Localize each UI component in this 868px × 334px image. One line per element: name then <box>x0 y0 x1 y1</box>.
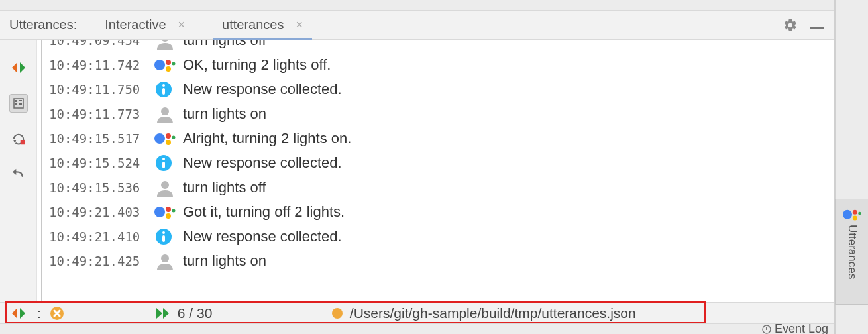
log-row: 10:49:09.454turn lights off <box>49 40 834 52</box>
user-icon <box>154 250 176 272</box>
info-icon <box>154 225 176 248</box>
file-status-icon <box>331 307 343 319</box>
progress-text: 6 / 30 <box>172 306 331 321</box>
fast-forward-icon[interactable] <box>154 304 172 323</box>
timestamp: 10:49:15.524 <box>49 156 154 170</box>
assistant-icon <box>154 54 176 76</box>
panel-top-strip <box>0 0 834 11</box>
status-bar: : 6 / 30 /Users/git/gh-sample/build/tmp/… <box>0 302 834 323</box>
log-message: turn lights off <box>183 40 266 49</box>
log-area[interactable]: 10:49:09.454turn lights off10:49:11.742O… <box>37 40 834 305</box>
user-icon <box>154 176 176 199</box>
log-row: 10:49:21.425turn lights on <box>49 249 834 273</box>
log-message: New response collected. <box>183 154 342 172</box>
user-icon <box>154 103 176 125</box>
log-message: Got it, turning off 2 lights. <box>183 203 345 221</box>
info-icon <box>154 152 176 174</box>
log-row: 10:49:15.536turn lights off <box>49 175 834 199</box>
event-log-icon <box>761 324 772 335</box>
svg-rect-9 <box>15 100 17 102</box>
close-icon[interactable]: × <box>178 18 186 32</box>
timestamp: 10:49:21.425 <box>49 254 154 268</box>
log-row: 10:49:21.410New response collected. <box>49 224 834 249</box>
step-back-forward-icon[interactable] <box>9 304 28 323</box>
timestamp: 10:49:15.517 <box>49 131 154 146</box>
timestamp: 10:49:11.773 <box>49 107 154 121</box>
panel-bottom-strip: Event Log <box>0 323 834 334</box>
tab-interactive[interactable]: Interactive × <box>95 11 194 40</box>
log-row: 10:49:21.403Got it, turning off 2 lights… <box>49 199 834 224</box>
svg-rect-12 <box>19 103 22 105</box>
assistant-icon <box>154 201 176 223</box>
gear-icon[interactable] <box>783 17 798 33</box>
panel-title: Utterances: <box>0 17 95 32</box>
svg-rect-17 <box>766 327 767 330</box>
side-tab-utterances[interactable]: Utterances <box>835 199 868 305</box>
log-message: turn lights off <box>183 179 266 196</box>
log-row: 10:49:11.773turn lights on <box>49 101 834 126</box>
rerun-icon[interactable] <box>9 130 28 148</box>
minimize-icon[interactable] <box>810 27 824 29</box>
info-icon <box>154 78 176 101</box>
tab-label: Interactive <box>105 17 166 32</box>
log-message: New response collected. <box>183 228 342 245</box>
log-row: 10:49:11.750New response collected. <box>49 77 834 101</box>
svg-rect-11 <box>19 100 22 101</box>
timestamp: 10:49:09.454 <box>49 40 154 48</box>
svg-point-15 <box>332 308 343 319</box>
log-message: New response collected. <box>183 81 342 98</box>
tab-utterances[interactable]: utterances × <box>213 11 312 40</box>
colon-label: : <box>37 306 45 321</box>
timestamp: 10:49:11.742 <box>49 58 154 72</box>
stop-icon[interactable] <box>48 304 66 323</box>
log-message: OK, turning 2 lights off. <box>183 56 331 74</box>
close-icon[interactable]: × <box>296 18 303 32</box>
assistant-icon <box>154 127 176 150</box>
utterances-panel: Utterances: Interactive × utterances × <box>0 0 835 334</box>
log-row: 10:49:11.742OK, turning 2 lights off. <box>49 52 834 77</box>
side-panel: Utterances <box>835 0 868 334</box>
svg-rect-13 <box>20 140 24 144</box>
log-message: Alright, turning 2 lights on. <box>183 130 351 147</box>
log-row: 10:49:15.524New response collected. <box>49 150 834 175</box>
step-back-forward-icon[interactable] <box>9 58 28 77</box>
file-path: /Users/git/gh-sample/build/tmp/utterance… <box>350 306 636 321</box>
log-message: turn lights on <box>183 252 266 270</box>
tab-bar: Utterances: Interactive × utterances × <box>0 11 834 40</box>
timestamp: 10:49:21.410 <box>49 229 154 244</box>
side-tab-label: Utterances <box>845 225 859 279</box>
assistant-icon <box>843 206 861 221</box>
user-icon <box>154 40 176 52</box>
undo-icon[interactable] <box>9 166 28 184</box>
tab-label: utterances <box>222 17 284 32</box>
svg-rect-10 <box>15 103 17 105</box>
toolbar-gutter <box>0 40 37 305</box>
timestamp: 10:49:11.750 <box>49 82 154 97</box>
layout-icon[interactable] <box>9 94 28 113</box>
log-message: turn lights on <box>183 105 266 123</box>
log-row: 10:49:15.517Alright, turning 2 lights on… <box>49 126 834 150</box>
timestamp: 10:49:21.403 <box>49 205 154 219</box>
timestamp: 10:49:15.536 <box>49 180 154 195</box>
event-log-label[interactable]: Event Log <box>775 322 828 334</box>
